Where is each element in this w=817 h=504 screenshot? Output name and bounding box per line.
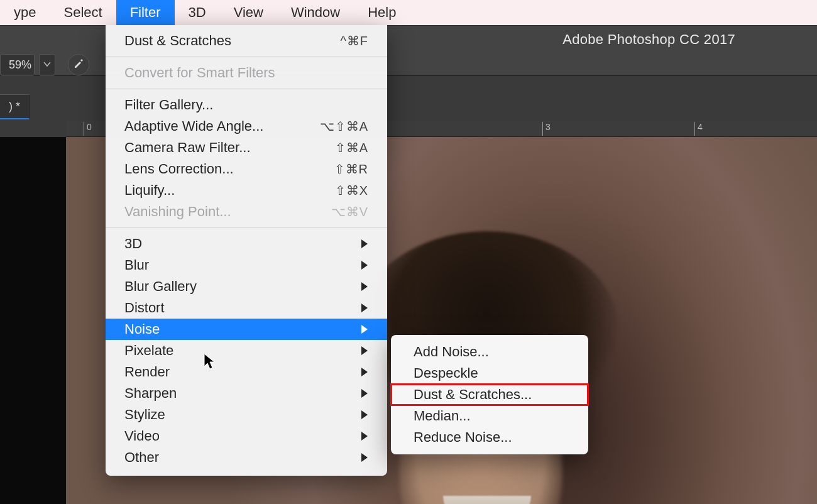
- submenu-arrow-icon: [361, 239, 368, 248]
- ruler-tick: 0: [84, 122, 92, 136]
- menuitem-label: Adaptive Wide Angle...: [124, 118, 263, 134]
- menuitem-last-filter[interactable]: Dust & Scratches ^⌘F: [106, 30, 387, 52]
- menuitem-label: Blur: [124, 257, 149, 273]
- submenu-add-noise[interactable]: Add Noise...: [391, 341, 588, 363]
- submenu-arrow-icon: [361, 346, 368, 355]
- menuitem-blur-gallery[interactable]: Blur Gallery: [106, 276, 387, 297]
- submenu-arrow-icon: [361, 453, 368, 462]
- menuitem-shortcut: ⌥⌘V: [331, 204, 368, 219]
- menu-separator: [106, 227, 387, 228]
- menu-window[interactable]: Window: [277, 0, 354, 25]
- submenu-arrow-icon: [361, 304, 368, 312]
- zoom-dropdown[interactable]: [39, 54, 55, 75]
- menuitem-label: Other: [124, 449, 159, 466]
- photo-smile-region: [443, 496, 531, 504]
- submenu-arrow-icon: [361, 410, 368, 419]
- menu-view[interactable]: View: [220, 0, 277, 25]
- menuitem-label: Lens Correction...: [124, 161, 234, 177]
- filter-dropdown: Dust & Scratches ^⌘F Convert for Smart F…: [106, 25, 387, 476]
- menuitem-shortcut: ⇧⌘A: [335, 140, 368, 155]
- menuitem-pixelate[interactable]: Pixelate: [106, 340, 387, 361]
- menuitem-label: Stylize: [124, 407, 165, 423]
- ruler-tick: 4: [694, 122, 703, 136]
- menuitem-noise[interactable]: Noise: [106, 319, 387, 340]
- menuitem-label: Liquify...: [124, 182, 175, 199]
- menu-select[interactable]: Select: [50, 0, 116, 25]
- menuitem-blur[interactable]: Blur: [106, 255, 387, 276]
- submenu-arrow-icon: [361, 325, 368, 334]
- document-tab[interactable]: ) *: [0, 94, 30, 119]
- menuitem-camera-raw[interactable]: Camera Raw Filter... ⇧⌘A: [106, 137, 387, 158]
- menuitem-video[interactable]: Video: [106, 425, 387, 447]
- menuitem-convert-smart: Convert for Smart Filters: [106, 62, 387, 84]
- menuitem-label: Sharpen: [124, 385, 177, 402]
- menu-separator: [106, 57, 387, 57]
- menuitem-filter-gallery[interactable]: Filter Gallery...: [106, 94, 387, 116]
- menuitem-other[interactable]: Other: [106, 447, 387, 468]
- submenu-median[interactable]: Median...: [391, 405, 588, 427]
- menuitem-shortcut: ⇧⌘R: [334, 162, 368, 177]
- chevron-down-icon: [43, 59, 51, 70]
- noise-submenu: Add Noise... Despeckle Dust & Scratches.…: [391, 335, 588, 454]
- menuitem-label: Distort: [124, 300, 165, 316]
- menuitem-render[interactable]: Render: [106, 361, 387, 383]
- menuitem-distort[interactable]: Distort: [106, 297, 387, 319]
- menu-type[interactable]: ype: [0, 0, 50, 25]
- menuitem-label: Noise: [124, 321, 160, 337]
- menubar: ype Select Filter 3D View Window Help: [0, 0, 817, 25]
- menuitem-label: Video: [124, 428, 160, 444]
- submenu-arrow-icon: [361, 261, 368, 270]
- menuitem-vanishing-point: Vanishing Point... ⌥⌘V: [106, 201, 387, 222]
- menuitem-lens-correction[interactable]: Lens Correction... ⇧⌘R: [106, 158, 387, 180]
- menuitem-sharpen[interactable]: Sharpen: [106, 383, 387, 404]
- edit-toolbar-button[interactable]: [68, 54, 89, 75]
- menuitem-stylize[interactable]: Stylize: [106, 404, 387, 425]
- menuitem-label: 3D: [124, 236, 142, 252]
- menuitem-liquify[interactable]: Liquify... ⇧⌘X: [106, 180, 387, 201]
- menu-3d[interactable]: 3D: [175, 0, 220, 25]
- zoom-field[interactable]: 59%: [0, 54, 35, 75]
- menuitem-label: Camera Raw Filter...: [124, 140, 251, 156]
- submenu-dust-scratches[interactable]: Dust & Scratches...: [391, 384, 588, 405]
- submenu-reduce-noise[interactable]: Reduce Noise...: [391, 427, 588, 448]
- menuitem-label: Vanishing Point...: [124, 204, 231, 220]
- submenu-arrow-icon: [361, 282, 368, 291]
- menuitem-shortcut: ^⌘F: [340, 33, 368, 48]
- menuitem-label: Filter Gallery...: [124, 97, 213, 113]
- submenu-despeckle[interactable]: Despeckle: [391, 363, 588, 384]
- menuitem-label: Dust & Scratches: [124, 33, 231, 49]
- menuitem-label: Convert for Smart Filters: [124, 65, 275, 81]
- ruler-tick: 3: [542, 122, 551, 136]
- menuitem-label: Blur Gallery: [124, 278, 197, 295]
- menuitem-label: Render: [124, 364, 170, 380]
- menuitem-shortcut: ⌥⇧⌘A: [320, 119, 368, 134]
- pencil-icon: [73, 58, 84, 72]
- submenu-arrow-icon: [361, 368, 368, 376]
- menuitem-shortcut: ⇧⌘X: [335, 183, 368, 198]
- menuitem-label: Pixelate: [124, 342, 173, 359]
- submenu-arrow-icon: [361, 389, 368, 398]
- submenu-arrow-icon: [361, 432, 368, 441]
- app-title: Adobe Photoshop CC 2017: [562, 31, 735, 48]
- menu-filter[interactable]: Filter: [116, 0, 175, 25]
- menu-separator: [106, 89, 387, 89]
- menuitem-adaptive-wide-angle[interactable]: Adaptive Wide Angle... ⌥⇧⌘A: [106, 116, 387, 137]
- menu-help[interactable]: Help: [354, 0, 410, 25]
- menuitem-3d[interactable]: 3D: [106, 233, 387, 255]
